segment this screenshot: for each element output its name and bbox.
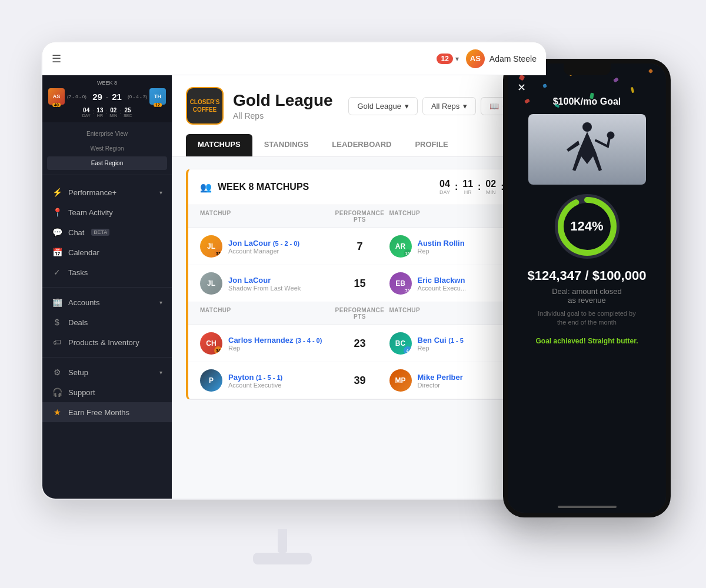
matchup-group-2: CH 34 Carlos Hernandez (3 - 4 - 0) Rep 2… (188, 325, 531, 399)
matchup-col-headers: MATCHUP PERFORMANCE PTS MATCHUP (188, 205, 531, 228)
tab-leaderboard[interactable]: LEADERBOARD (320, 134, 403, 156)
dropdown-icon: ▾ (159, 189, 162, 196)
sidebar-item-accounts[interactable]: 🏢 Accounts ▾ (42, 292, 172, 312)
phone-success-message: Goal achieved! Straight butter. (535, 337, 638, 345)
tab-matchups[interactable]: MATCHUPS (186, 134, 252, 156)
matchup-group-1: JL 33 Jon LaCour (5 - 2 - 0) Account Man… (188, 228, 531, 302)
user-info: AS Adam Steele (466, 49, 537, 68)
sidebar-item-tasks[interactable]: ✓ Tasks (42, 262, 172, 282)
tab-standings[interactable]: STANDINGS (252, 134, 321, 156)
all-reps-button[interactable]: All Reps ▾ (422, 97, 476, 115)
setup-icon: ⚙ (52, 368, 62, 377)
stand-pole (278, 529, 287, 553)
player-badge: 34 (214, 346, 222, 355)
sidebar-item-label: Performance+ (68, 188, 116, 197)
league-logo-title: CLOSER'SCOFFEE Gold League All Reps (186, 87, 333, 125)
player-info: Ben Cui (1 - 5 Rep (418, 336, 464, 352)
matchups-section: 👥 WEEK 8 MATCHUPS 04 DAY : 11 (186, 169, 532, 400)
menu-icon[interactable]: ☰ (52, 52, 61, 65)
svg-point-0 (582, 122, 592, 132)
beta-badge: BETA (91, 229, 109, 236)
sidebar-item-earn[interactable]: ★ Earn Free Months (42, 402, 172, 422)
matchup-row: P Payton (1 - 5 - 1) Account Executive 3… (188, 362, 531, 399)
team-left: AS 40 (7 - 0 - 0) (48, 88, 86, 105)
player-avatar: CH 34 (200, 332, 222, 355)
region-west[interactable]: West Region (42, 142, 172, 155)
stand-base (253, 553, 312, 564)
player-info: Jon LaCour (5 - 2 - 0) Account Manager (228, 239, 299, 255)
notif-dropdown: ▾ (455, 55, 459, 63)
nav-section: ⚡ Performance+ ▾ 📍 Team Activity 💬 Chat … (42, 175, 172, 499)
notification-badge[interactable]: 12 (437, 54, 452, 64)
sidebar-item-label: Support (68, 388, 95, 397)
phone-mockup: ✕ $100K/mo Goal (503, 59, 671, 517)
desktop-monitor: ☰ 12 ▾ AS Adam Steele WEEK 8 (41, 41, 547, 500)
support-icon: 🎧 (52, 387, 62, 397)
score-timer: 04 DAY : 13 HR : 02 MIN : (48, 107, 166, 118)
sidebar-item-support[interactable]: 🎧 Support (42, 382, 172, 402)
star-icon: ★ (52, 407, 62, 417)
performance-icon: ⚡ (52, 188, 62, 197)
player-info: Eric Blackwn Account Execu... (418, 276, 467, 292)
player-info: Carlos Hernandez (3 - 4 - 0) Rep (228, 336, 322, 352)
sidebar-item-deals[interactable]: $ Deals (42, 312, 172, 332)
sidebar-item-label: Accounts (68, 298, 99, 307)
league-title-row: CLOSER'SCOFFEE Gold League All Reps Gold… (186, 87, 532, 125)
matchup-row: JL Jon LaCour Shadow From Last Week 15 (188, 265, 531, 302)
close-icon[interactable]: ✕ (517, 81, 526, 94)
matchup-row: CH 34 Carlos Hernandez (3 - 4 - 0) Rep 2… (188, 325, 531, 362)
notification-area[interactable]: 12 ▾ (437, 54, 458, 64)
perf-pts-4: 39 (331, 375, 389, 387)
chat-icon: 💬 (52, 228, 62, 237)
team-right-badge: 12 (154, 103, 162, 107)
phone-home-indicator (558, 506, 617, 508)
tab-profile[interactable]: PROFILE (403, 134, 459, 156)
perf-pts-1: 7 (331, 240, 389, 253)
sidebar-item-label: Products & Inventory (68, 338, 139, 347)
sidebar-item-products[interactable]: 🏷 Products & Inventory (42, 332, 172, 352)
percentage-display: 124% (570, 219, 603, 234)
league-title-text: Gold League All Reps (233, 91, 333, 121)
region-tabs: Enterprise View West Region East Region (42, 122, 172, 175)
matchup-row: JL 33 Jon LaCour (5 - 2 - 0) Account Man… (188, 228, 531, 265)
top-bar-right: 12 ▾ AS Adam Steele (437, 49, 537, 68)
sidebar-item-team-activity[interactable]: 📍 Team Activity (42, 202, 172, 222)
region-enterprise[interactable]: Enterprise View (42, 127, 172, 141)
sidebar-item-setup[interactable]: ⚙ Setup ▾ (42, 362, 172, 382)
dropdown-icon: ▾ (159, 369, 162, 376)
phone-content: $100K/mo Goal (508, 64, 666, 513)
player-left-1: JL 33 Jon LaCour (5 - 2 - 0) Account Man… (200, 235, 331, 258)
player-left-2: JL Jon LaCour Shadow From Last Week (200, 272, 331, 295)
perf-pts-2: 15 (331, 278, 389, 290)
gold-league-button[interactable]: Gold League ▾ (348, 97, 417, 115)
player-avatar: MP (389, 369, 412, 392)
monitor-stand (253, 529, 312, 564)
sidebar-item-label: Tasks (68, 268, 88, 277)
phone-deal-label: Deal: amount closedas revenue (552, 287, 622, 305)
player-info: Mike Perlber Director (418, 373, 463, 389)
player-right-4: MP Mike Perlber Director (389, 369, 520, 392)
matchups-header: 👥 WEEK 8 MATCHUPS 04 DAY : 11 (188, 169, 531, 205)
team-left-badge: 40 (52, 103, 61, 107)
content-body: 👥 WEEK 8 MATCHUPS 04 DAY : 11 (172, 157, 546, 412)
team-right: (0 - 4 - 3) TH 12 (128, 88, 166, 105)
team-right-avatar: TH 12 (149, 88, 166, 105)
region-east[interactable]: East Region (47, 156, 167, 170)
phone-notch (564, 64, 611, 75)
nav-separator-2 (42, 357, 172, 358)
player-left-4: P Payton (1 - 5 - 1) Account Executive (200, 369, 331, 392)
basketball-player-silhouette (552, 120, 622, 179)
phone-amount: $124,347 / $100,000 (528, 268, 647, 283)
league-header: CLOSER'SCOFFEE Gold League All Reps Gold… (172, 75, 546, 157)
sidebar-item-calendar[interactable]: 📅 Calendar (42, 242, 172, 262)
sidebar-item-label: Team Activity (68, 208, 113, 217)
sidebar-item-chat[interactable]: 💬 Chat BETA (42, 222, 172, 242)
player-left-3: CH 34 Carlos Hernandez (3 - 4 - 0) Rep (200, 332, 331, 355)
sidebar-item-performance[interactable]: ⚡ Performance+ ▾ (42, 182, 172, 202)
team-left-avatar: AS 40 (48, 88, 65, 105)
league-logo: CLOSER'SCOFFEE (186, 87, 224, 125)
deals-icon: $ (52, 318, 62, 327)
tasks-icon: ✓ (52, 268, 62, 277)
player-right-1: AR 15 Austin Rollin Rep (389, 235, 520, 258)
player-badge: 33 (214, 249, 222, 258)
